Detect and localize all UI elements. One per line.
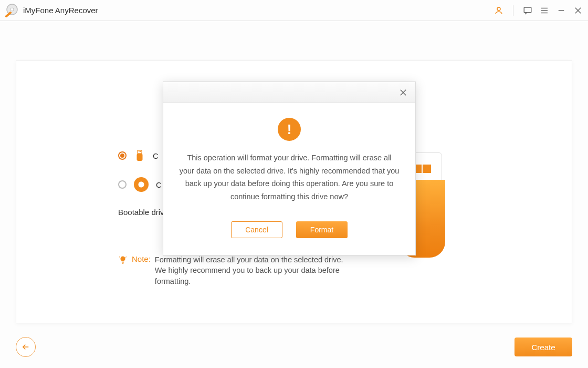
- note-row: Note: Formatting will erase all your dat…: [118, 254, 407, 287]
- dvd-icon: [134, 177, 149, 192]
- note-label: Note:: [132, 254, 151, 263]
- radio-unselected[interactable]: [118, 180, 127, 189]
- back-button[interactable]: [16, 337, 36, 357]
- svg-rect-10: [138, 150, 142, 154]
- svg-rect-15: [122, 263, 124, 264]
- svg-rect-3: [524, 7, 531, 13]
- dialog-body: ! This operation will format your drive.…: [163, 103, 415, 255]
- logo-wrap: iMyFone AnyRecover: [5, 4, 98, 17]
- lightbulb-icon: [118, 255, 128, 265]
- separator: [513, 5, 513, 16]
- usb-contact: [423, 165, 431, 173]
- svg-rect-13: [137, 154, 143, 161]
- svg-point-2: [497, 7, 500, 11]
- warning-icon: !: [278, 118, 301, 141]
- app-logo-icon: [5, 4, 19, 17]
- cancel-button[interactable]: Cancel: [231, 221, 282, 238]
- footer-bar: Create: [0, 326, 588, 368]
- svg-point-1: [10, 8, 14, 11]
- usb-icon: [134, 150, 145, 161]
- create-button[interactable]: Create: [514, 338, 572, 356]
- note-text: Formatting will erase all your data on t…: [155, 254, 344, 287]
- account-icon[interactable]: [494, 6, 503, 15]
- minimize-icon[interactable]: [556, 6, 566, 15]
- option-usb-label: C: [153, 151, 159, 160]
- dialog-message: This operation will format your drive. F…: [179, 151, 400, 203]
- format-button[interactable]: Format: [296, 221, 348, 238]
- chat-icon[interactable]: [523, 6, 532, 15]
- dialog-buttons: Cancel Format: [179, 221, 400, 238]
- svg-line-17: [119, 257, 120, 258]
- format-confirm-dialog: ! This operation will format your drive.…: [163, 81, 416, 255]
- radio-selected[interactable]: [118, 151, 127, 160]
- svg-line-18: [125, 257, 127, 258]
- dialog-header: [163, 82, 415, 103]
- svg-rect-14: [122, 262, 124, 263]
- menu-icon[interactable]: [540, 6, 549, 15]
- titlebar-controls: [494, 5, 583, 16]
- app-title: iMyFone AnyRecover: [23, 6, 98, 15]
- close-icon[interactable]: [573, 6, 583, 15]
- option-dvd-label: C: [156, 180, 162, 189]
- svg-rect-11: [139, 151, 140, 152]
- svg-rect-12: [140, 151, 141, 152]
- dialog-close-icon[interactable]: [398, 88, 408, 97]
- titlebar: iMyFone AnyRecover: [0, 0, 588, 21]
